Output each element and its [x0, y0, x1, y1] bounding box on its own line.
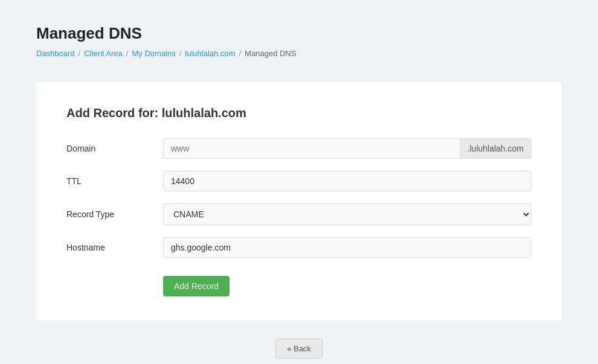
record-type-select[interactable]: AAAAACNAMEMXTXTNSSRV	[163, 203, 532, 225]
record-type-field-wrapper: AAAAACNAMEMXTXTNSSRV	[163, 203, 532, 225]
domain-suffix: .luluhlalah.com	[460, 138, 532, 159]
form-heading: Add Record for: luluhlalah.com	[66, 106, 532, 120]
add-record-button[interactable]: Add Record	[163, 276, 230, 296]
breadcrumb-sep-4: /	[239, 49, 241, 58]
breadcrumb: Dashboard / Client Area / My Domains / l…	[36, 49, 562, 58]
breadcrumb-my-domains[interactable]: My Domains	[132, 49, 175, 58]
back-button[interactable]: « Back	[275, 339, 323, 359]
ttl-field-wrapper	[163, 171, 532, 191]
breadcrumb-domain[interactable]: luluhlalah.com	[185, 49, 235, 58]
add-record-form: Add Record for: luluhlalah.com Domain .l…	[36, 82, 562, 321]
domain-label: Domain	[66, 144, 163, 153]
breadcrumb-sep-1: /	[79, 49, 81, 58]
breadcrumb-dashboard[interactable]: Dashboard	[36, 49, 75, 58]
ttl-input[interactable]	[163, 171, 532, 191]
record-type-label: Record Type	[66, 209, 163, 219]
breadcrumb-current: Managed DNS	[245, 49, 296, 58]
hostname-field-wrapper	[163, 237, 532, 258]
ttl-label: TTL	[66, 176, 163, 186]
domain-group: Domain .luluhlalah.com	[66, 138, 532, 159]
breadcrumb-client-area[interactable]: Client Area	[84, 49, 123, 58]
domain-input[interactable]	[163, 138, 460, 159]
breadcrumb-sep-3: /	[179, 49, 182, 58]
domain-field-wrapper: .luluhlalah.com	[163, 138, 532, 159]
hostname-label: Hostname	[66, 243, 163, 252]
hostname-input[interactable]	[163, 237, 532, 258]
breadcrumb-sep-2: /	[126, 49, 129, 58]
hostname-group: Hostname	[66, 237, 532, 258]
record-type-group: Record Type AAAAACNAMEMXTXTNSSRV	[66, 203, 532, 225]
ttl-group: TTL	[66, 171, 532, 191]
page-title: Managed DNS	[36, 24, 562, 43]
